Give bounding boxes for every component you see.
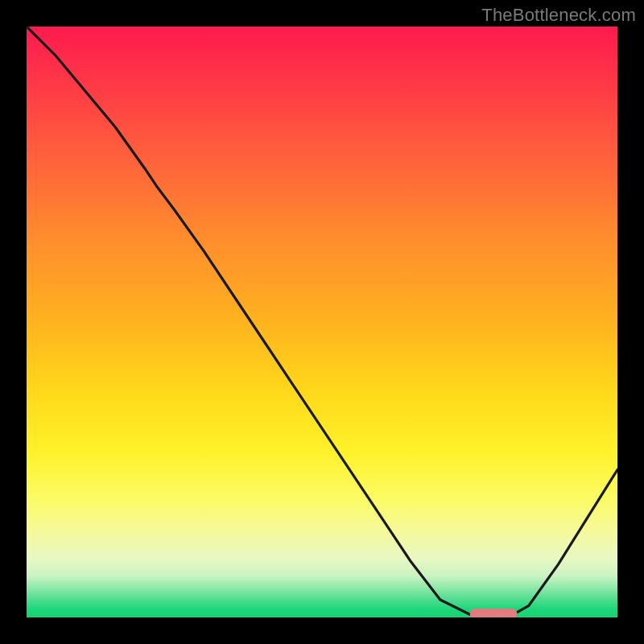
bottleneck-curve	[27, 27, 617, 617]
chart-frame: TheBottleneck.com	[0, 0, 644, 644]
optimal-range-marker	[470, 609, 518, 617]
watermark-text: TheBottleneck.com	[481, 5, 636, 26]
plot-area	[27, 27, 617, 617]
